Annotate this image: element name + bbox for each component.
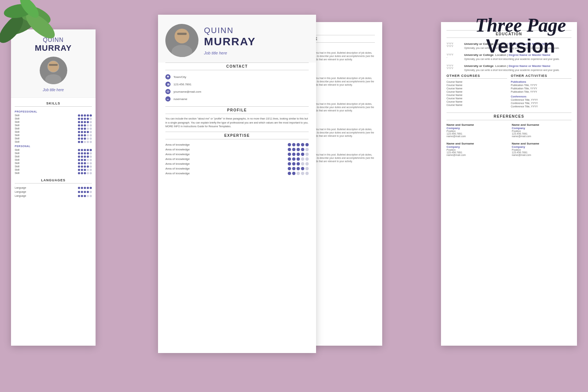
course-item: Course Name <box>447 103 507 107</box>
publication-item: Publication Title, YYYY <box>511 83 571 87</box>
p1-personal-label: PERSONAL <box>11 143 96 148</box>
skill-label: Skill <box>15 149 19 151</box>
course-item: Course Name <box>447 97 507 100</box>
p4-pub-list: Publication Title, YYYYPublication Title… <box>511 83 571 93</box>
language-label: Language <box>15 186 26 189</box>
reference-entry: Name and Surname Company Position 123.45… <box>512 142 572 156</box>
reference-row: Name and Surname Company Position 123.45… <box>447 123 571 138</box>
course-item: Course Name <box>447 90 507 93</box>
p2-contact-section: Town/City ☎ 123.456.7891 yourname@mail.c… <box>158 73 316 106</box>
p4-courses-list: Course NameCourse NameCourse NameCourse … <box>447 80 507 107</box>
expertise-label: Area of knowledge <box>165 157 190 161</box>
skill-row: Skill <box>11 161 96 165</box>
ref-phone: 123.456.7891 <box>512 132 572 135</box>
p4-conf-list: Conference Title, YYYYConference Title, … <box>511 98 571 108</box>
expertise-row: Area of knowledge <box>165 152 309 157</box>
skill-row: Skill <box>11 114 96 117</box>
edu-date: YYYYYYYY <box>447 64 461 72</box>
expertise-row: Area of knowledge <box>165 171 309 176</box>
title-line2: Version <box>475 36 566 57</box>
skill-label: Skill <box>15 140 19 143</box>
p2-name-area: QUINN MURRAY Job title here <box>204 24 256 55</box>
p2-header: QUINN MURRAY Job title here <box>158 15 316 63</box>
reference-entry: Name and Surname Company Position 123.45… <box>447 142 506 156</box>
p2-contact-title: CONTACT <box>165 63 309 70</box>
skill-label: Skill <box>15 165 19 168</box>
p4-courses-col: OTHER COURSES Course NameCourse NameCour… <box>447 74 507 108</box>
skill-label: Skill <box>15 158 19 161</box>
language-row: Language <box>11 186 96 190</box>
p4-activities-title: OTHER ACTIVITIES <box>511 74 571 79</box>
p2-expertise-list: Area of knowledgeArea of knowledgeArea o… <box>158 142 316 179</box>
language-label: Language <box>15 195 26 197</box>
skill-row: Skill <box>11 130 96 133</box>
reference-row: Name and Surname Company Position 123.45… <box>447 142 571 156</box>
skill-label: Skill <box>15 134 19 136</box>
expertise-row: Area of knowledge <box>165 166 309 171</box>
publication-item: Publication Title, YYYY <box>511 87 571 90</box>
edu-desc: Optionally, you can write a short text d… <box>464 68 571 72</box>
phone-icon: ☎ <box>165 82 171 87</box>
p1-skills-pro-list: SkillSkillSkillSkillSkillSkillSkillSkill… <box>11 114 96 143</box>
page-title: Three Page Version <box>475 15 566 57</box>
ref-position: Position <box>512 130 572 132</box>
p2-first-name: QUINN <box>204 26 256 35</box>
expertise-label: Area of knowledge <box>165 143 190 146</box>
skill-row: Skill <box>11 152 96 155</box>
ref-name: Name and Surname <box>447 142 506 145</box>
ref-phone: 123.456.7891 <box>512 151 572 154</box>
skill-row: Skill <box>11 137 96 140</box>
course-item: Course Name <box>447 100 507 103</box>
ref-email: name@mail.com <box>512 135 572 138</box>
linkedin-icon: in <box>165 96 171 101</box>
skill-row: Skill <box>11 120 96 124</box>
p2-expertise-title: EXPERTISE <box>165 132 309 139</box>
ref-email: name@mail.com <box>447 135 506 138</box>
language-label: Language <box>15 190 26 193</box>
ref-name: Name and Surname <box>512 123 572 126</box>
skill-row: Skill <box>11 140 96 143</box>
p2-job-title: Job title here <box>204 51 256 55</box>
course-item: Course Name <box>447 93 507 97</box>
reference-entry: Name and Surname Company Position 123.45… <box>447 123 506 138</box>
p1-languages-title: LANGUAGES <box>15 178 92 183</box>
resume-page-4: EDUCATION YYYYYYYY University or College… <box>441 22 577 346</box>
ref-phone: 123.456.7891 <box>447 132 506 135</box>
expertise-label: Area of knowledge <box>165 172 190 175</box>
reference-entry: Name and Surname Company Position 123.45… <box>512 123 572 138</box>
ref-company: Company <box>512 126 572 130</box>
skill-row: Skill <box>11 117 96 120</box>
skill-label: Skill <box>15 162 19 164</box>
p4-courses-activities: OTHER COURSES Course NameCourse NameCour… <box>447 74 571 108</box>
skill-row: Skill <box>11 165 96 168</box>
svg-point-10 <box>175 29 189 43</box>
p1-languages-list: LanguageLanguageLanguage <box>11 186 96 198</box>
p1-job-title: Job title here <box>17 88 90 92</box>
ref-phone: 123.456.7891 <box>447 151 506 154</box>
edu-desc: Optionally, you can write a short text d… <box>464 57 571 61</box>
location-icon <box>165 74 171 79</box>
p1-professional-label: PROFESSIONAL <box>11 109 96 114</box>
skill-label: Skill <box>15 168 19 171</box>
p4-references-list: Name and Surname Company Position 123.45… <box>441 123 577 156</box>
skill-label: Skill <box>15 172 19 174</box>
conference-item: Conference Title, YYYY <box>511 101 571 105</box>
expertise-row: Area of knowledge <box>165 157 309 161</box>
contact-location-row: Town/City <box>165 73 309 81</box>
ref-position: Position <box>447 130 506 132</box>
edu-date: YYYY- <box>447 53 461 61</box>
skill-label: Skill <box>15 117 19 120</box>
contact-linkedin: /username <box>173 97 187 101</box>
skill-row: Skill <box>11 158 96 161</box>
p2-profile-title: PROFILE <box>165 106 309 114</box>
edu-school: University or College. Location | Degree… <box>464 64 571 68</box>
skill-label: Skill <box>15 155 19 158</box>
language-row: Language <box>11 190 96 194</box>
course-item: Course Name <box>447 80 507 83</box>
ref-name: Name and Surname <box>512 142 572 145</box>
ref-position: Position <box>512 149 572 151</box>
contact-phone: 123.456.7891 <box>173 83 191 86</box>
skill-row: Skill <box>11 127 96 130</box>
expertise-label: Area of knowledge <box>165 167 190 170</box>
p2-last-name: MURRAY <box>204 35 256 48</box>
